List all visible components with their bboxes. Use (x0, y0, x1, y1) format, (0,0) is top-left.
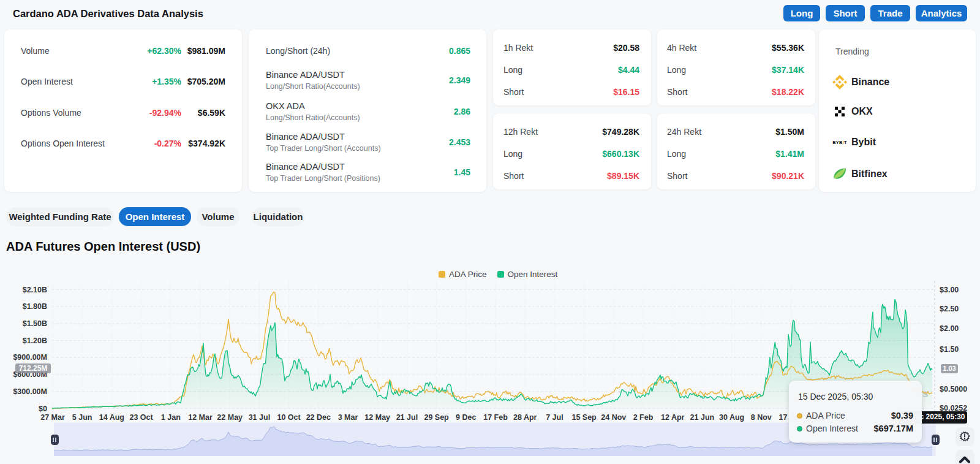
svg-text:$2.00: $2.00 (940, 324, 959, 333)
svg-text:24 Nov: 24 Nov (601, 413, 626, 422)
svg-text:31 Jul: 31 Jul (249, 413, 270, 422)
svg-text:17 Feb: 17 Feb (483, 413, 508, 422)
svg-text:1 Jan: 1 Jan (161, 413, 181, 422)
svg-text:$1.80B: $1.80B (23, 302, 47, 311)
svg-text:29 Sep: 29 Sep (424, 413, 449, 422)
svg-text:$3.00: $3.00 (940, 286, 959, 294)
svg-text:30 Aug: 30 Aug (719, 413, 744, 422)
svg-text:3 Mar: 3 Mar (338, 413, 358, 422)
svg-text:10 Oct: 10 Oct (277, 413, 301, 422)
svg-text:12 Mar: 12 Mar (188, 413, 213, 422)
svg-text:$300.00M: $300.00M (13, 387, 47, 396)
svg-text:21 Jun: 21 Jun (690, 413, 715, 422)
svg-text:$900.00M: $900.00M (13, 353, 47, 362)
svg-text:22 Dec: 22 Dec (306, 413, 331, 422)
svg-text:22 May: 22 May (217, 413, 243, 422)
svg-text:$1.50: $1.50 (940, 345, 959, 354)
svg-text:27 Mar: 27 Mar (40, 413, 65, 422)
svg-text:2 Feb: 2 Feb (633, 413, 654, 422)
svg-text:$2.10B: $2.10B (23, 286, 47, 294)
svg-text:7 Jul: 7 Jul (546, 413, 564, 422)
svg-text:5 Jun: 5 Jun (72, 413, 92, 422)
svg-text:28 Apr: 28 Apr (513, 413, 537, 422)
svg-text:$0: $0 (39, 405, 47, 413)
svg-text:8 Nov: 8 Nov (751, 413, 772, 422)
svg-text:9 Dec: 9 Dec (456, 413, 476, 422)
svg-text:$2.50: $2.50 (940, 305, 959, 313)
svg-text:14 Aug: 14 Aug (99, 413, 124, 422)
svg-text:15 Sep: 15 Sep (571, 413, 597, 422)
svg-text:12 Apr: 12 Apr (661, 413, 685, 422)
svg-text:$1.50B: $1.50B (23, 319, 47, 328)
svg-text:12 May: 12 May (364, 413, 390, 422)
svg-text:21 Jul: 21 Jul (396, 413, 418, 422)
svg-text:$0.5000: $0.5000 (940, 385, 967, 394)
svg-text:$1.20B: $1.20B (23, 337, 47, 345)
svg-text:23 Oct: 23 Oct (129, 413, 153, 422)
